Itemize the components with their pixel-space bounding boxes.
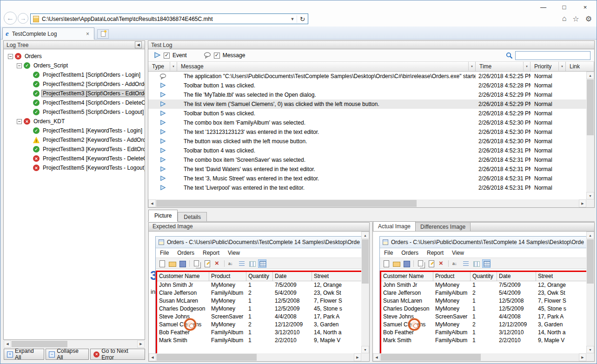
orders-app-icon — [159, 239, 164, 245]
scroll-thumb[interactable] — [156, 200, 417, 207]
actual-image-body: Orders - C:\Users\Public\Documents\TestC… — [372, 232, 595, 362]
log-row-priority: Normal — [531, 82, 566, 89]
scroll-thumb[interactable] — [381, 354, 481, 361]
column-header-message[interactable]: Message▼ — [177, 62, 476, 72]
scroll-thumb[interactable] — [587, 79, 594, 135]
scroll-up-arrow[interactable]: ▲ — [586, 72, 594, 79]
tree-item[interactable]: Orders_Script — [4, 61, 145, 70]
address-bar[interactable]: C:\Users\tester\AppData\Local\Temp\tcRes… — [30, 13, 308, 24]
forward-button[interactable]: → — [18, 13, 28, 24]
log-row[interactable]: The file 'MyTable.tbl' was selected in t… — [148, 90, 586, 99]
scroll-up-arrow[interactable]: ▲ — [361, 232, 369, 239]
tree-item[interactable]: ProjectTestItem3 [KeywordTests - EditOrd… — [4, 145, 145, 154]
back-button[interactable]: ← — [4, 12, 17, 25]
scroll-thumb[interactable] — [157, 354, 257, 361]
tree-expand-toggle[interactable] — [17, 119, 22, 124]
log-row[interactable]: The text '3, Music Street' was entered i… — [148, 174, 586, 183]
refresh-icon[interactable]: ↻ — [297, 15, 308, 23]
tree-item[interactable]: ProjectTestItem2 [Script\Orders - AddOrd… — [4, 79, 145, 89]
log-row[interactable]: Toolbar button 4 was clicked. 2/26/2018 … — [148, 146, 586, 155]
scroll-left-arrow[interactable]: ◀ — [148, 199, 156, 207]
scroll-down-arrow[interactable]: ▼ — [586, 346, 594, 353]
log-tree-hscrollbar[interactable]: ◀ ▶ — [4, 340, 145, 348]
message-filter-checkbox[interactable] — [214, 53, 220, 59]
scroll-thumb[interactable] — [362, 239, 369, 284]
collapse-panel-button[interactable]: ◀ — [135, 41, 142, 48]
tab-actual-image[interactable]: Actual Image — [373, 222, 416, 231]
tree-item[interactable]: ProjectTestItem4 [KeywordTests - DeleteO… — [4, 154, 145, 163]
tree-item[interactable]: ProjectTestItem5 [KeywordTests - Logout] — [4, 163, 145, 172]
scroll-thumb[interactable] — [587, 239, 594, 284]
expand-all-button[interactable]: + Expand All — [4, 349, 44, 360]
filter-dropdown-icon[interactable]: ▼ — [468, 62, 475, 71]
tree-expand-toggle[interactable] — [8, 54, 13, 59]
favorites-star-icon[interactable]: ☆ — [572, 14, 579, 23]
event-icon — [160, 120, 166, 126]
scroll-up-arrow[interactable]: ▲ — [586, 232, 594, 239]
scroll-right-arrow[interactable]: ▶ — [579, 199, 586, 207]
tree-item[interactable]: ProjectTestItem4 [Script\Orders - Delete… — [4, 98, 145, 107]
scroll-down-arrow[interactable]: ▼ — [586, 192, 594, 199]
log-row[interactable]: The text '123123123123' was entered in t… — [148, 127, 586, 137]
log-row[interactable]: The text 'David Waters' was entered in t… — [148, 165, 586, 174]
scroll-left-arrow[interactable]: ◀ — [373, 353, 380, 361]
new-tab-button[interactable] — [97, 29, 109, 39]
scroll-down-arrow[interactable]: ▼ — [361, 346, 369, 353]
test-log-hscrollbar[interactable]: ◀ ▶ — [148, 199, 586, 207]
expected-image-vscrollbar[interactable]: ▲ ▼ — [361, 232, 369, 353]
tree-item[interactable]: ProjectTestItem3 [Script\Orders - EditOr… — [4, 89, 145, 98]
tree-item[interactable]: ProjectTestItem1 [Script\Orders - Login] — [4, 70, 145, 79]
tree-expand-toggle[interactable] — [17, 63, 22, 68]
home-icon[interactable]: ⌂ — [562, 14, 567, 23]
event-filter-checkbox[interactable] — [164, 53, 170, 59]
expected-image-hscrollbar[interactable]: ◀ ▶ — [149, 353, 361, 361]
scroll-thumb[interactable] — [12, 341, 67, 347]
tree-item[interactable]: ProjectTestItem1 [KeywordTests - Login] — [4, 126, 145, 135]
url-text[interactable]: C:\Users\tester\AppData\Local\Temp\tcRes… — [42, 16, 288, 22]
filter-dropdown-icon[interactable]: ▼ — [170, 62, 177, 71]
column-header-priority[interactable]: Priority▼ — [531, 62, 566, 72]
column-header-link[interactable]: Link — [566, 62, 594, 72]
test-log-vscrollbar[interactable]: ▲ ▼ — [586, 72, 594, 199]
tab-differences-image[interactable]: Differences Image — [416, 223, 471, 231]
address-dropdown-icon[interactable]: ▼ — [288, 17, 297, 21]
log-row[interactable]: The list view item ('Samuel Clemens', 0)… — [148, 99, 586, 109]
browser-tab[interactable]: e TestComplete Log × — [2, 27, 94, 40]
collapse-all-button[interactable]: − Collapse All — [46, 349, 89, 360]
close-button[interactable]: × — [575, 1, 596, 13]
filter-dropdown-icon[interactable]: ▼ — [523, 62, 530, 71]
actual-image-hscrollbar[interactable]: ◀ ▶ — [373, 353, 586, 361]
filter-dropdown-icon[interactable]: ▼ — [558, 62, 565, 71]
log-row[interactable]: The text 'Liverpool' was entered in the … — [148, 183, 586, 192]
search-input[interactable] — [515, 51, 590, 60]
go-to-next-error-button[interactable]: × Go to Next Error — [90, 349, 145, 360]
column-header-time[interactable]: Time▼ — [476, 62, 531, 72]
delete-icon — [213, 260, 221, 267]
tree-item[interactable]: Orders — [4, 52, 145, 61]
log-row-priority: Normal — [531, 129, 566, 135]
tree-item-label: ProjectTestItem4 [Script\Orders - Delete… — [41, 99, 145, 106]
scroll-left-arrow[interactable]: ◀ — [149, 353, 156, 361]
settings-gear-icon[interactable]: ⚙ — [585, 14, 592, 23]
log-row[interactable]: The application "C:\Users\Public\Documen… — [148, 72, 586, 81]
tab-picture[interactable]: Picture — [148, 210, 178, 222]
tree-item[interactable]: ProjectTestItem2 [KeywordTests - AddOrde… — [4, 135, 145, 145]
scroll-right-arrow[interactable]: ▶ — [137, 340, 145, 348]
picture-grid-rows: John Smith Jr MyMoney 1 7/5/2009 12, Ora… — [157, 281, 361, 344]
tree-item[interactable]: ProjectTestItem5 [Script\Orders - Logout… — [4, 107, 145, 117]
maximize-button[interactable]: □ — [554, 1, 575, 13]
tree-item[interactable]: Orders_KDT — [4, 117, 145, 126]
column-header-type[interactable]: Type▼ — [148, 62, 177, 72]
actual-image-vscrollbar[interactable]: ▲ ▼ — [586, 232, 594, 353]
log-row[interactable]: Toolbar button 5 was clicked. 2/26/2018 … — [148, 109, 586, 118]
minimize-button[interactable]: — — [533, 1, 554, 13]
tab-details[interactable]: Details — [178, 212, 207, 222]
log-row[interactable]: The button was clicked with the left mou… — [148, 137, 586, 146]
log-row[interactable]: Toolbar button 1 was clicked. 2/26/2018 … — [148, 81, 586, 90]
scroll-right-arrow[interactable]: ▶ — [354, 353, 361, 361]
scroll-left-arrow[interactable]: ◀ — [4, 340, 11, 348]
scroll-right-arrow[interactable]: ▶ — [579, 353, 586, 361]
log-row[interactable]: The combo box item 'ScreenSaver' was sel… — [148, 155, 586, 165]
tab-close-icon[interactable]: × — [84, 30, 91, 38]
log-row[interactable]: The combo box item 'FamilyAlbum' was sel… — [148, 118, 586, 127]
